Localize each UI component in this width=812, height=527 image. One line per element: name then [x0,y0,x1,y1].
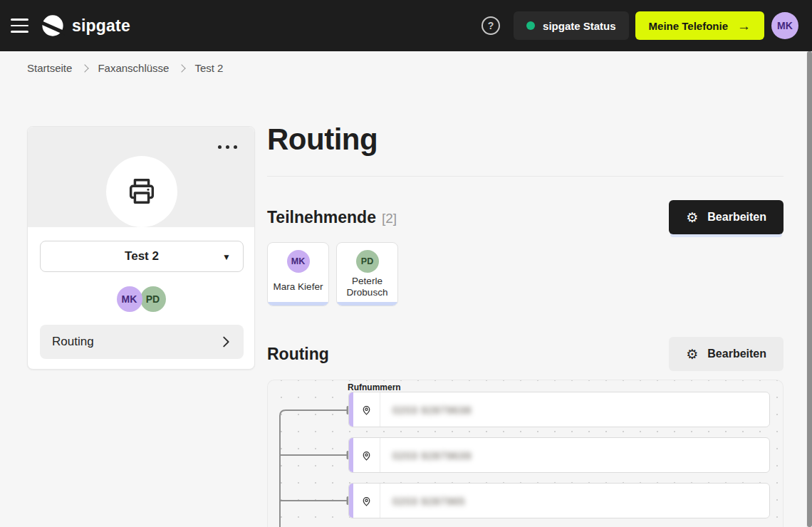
help-icon[interactable]: ? [482,16,500,35]
avatar-initials: PD [361,256,373,266]
printer-icon [125,175,158,208]
avatar-initials: MK [122,293,137,305]
brand-name: sipgate [72,16,130,36]
edit-button-label: Bearbeiten [707,348,766,360]
participant-name: Peterle Drobusch [337,273,397,306]
card-accent-strip [268,302,328,306]
question-mark-glyph: ? [488,20,494,31]
participants-count: [2] [382,211,397,226]
device-members: MK PD [28,286,254,312]
breadcrumb-startseite[interactable]: Startseite [27,62,72,74]
device-name: Test 2 [125,249,159,264]
breadcrumb-faxanschluesse[interactable]: Faxanschlüsse [98,62,169,74]
scrollbar-thumb[interactable] [807,51,812,527]
divider [267,176,784,177]
avatar-initials: MK [291,256,305,266]
meine-telefonie-button[interactable]: Meine Telefonie → [635,11,764,40]
routing-canvas[interactable]: Rufnummern 0203 92879638 0203 92879639 [267,380,784,527]
gear-icon: ⚙ [686,211,698,224]
heading-text: Teilnehmende [267,208,376,226]
vertical-scrollbar[interactable] [806,51,812,527]
gear-icon: ⚙ [686,348,698,361]
device-type-badge [106,156,177,227]
edit-button-label: Bearbeiten [707,211,766,224]
breadcrumb: Startseite Faxanschlüsse Test 2 [27,62,223,74]
avatar-initials: PD [146,293,160,305]
fax-device-card: Test 2 ▼ MK PD Routing [27,126,255,370]
routing-heading: Routing [267,345,329,364]
participants-list: MK Mara Kiefer PD Peterle Drobusch [267,242,398,306]
avatar-initials: MK [777,20,793,31]
avatar-mk[interactable]: MK [117,286,142,312]
hamburger-menu-icon[interactable] [11,19,28,33]
page-title: Routing [267,122,378,157]
phone-number-redacted: 0203 9287965 [380,484,465,518]
sipgate-logo-icon[interactable] [41,14,65,38]
edit-routing-button[interactable]: ⚙ Bearbeiten [669,337,784,371]
chevron-right-icon [81,64,89,72]
avatar-mk: MK [287,250,310,273]
map-pin-icon [353,392,380,427]
map-pin-icon [353,438,380,472]
card-accent-strip [337,302,397,306]
phone-number-node[interactable]: 0203 92879638 [348,392,770,427]
edit-participants-button[interactable]: ⚙ Bearbeiten [669,200,784,234]
participants-heading: Teilnehmende[2] [267,208,397,227]
chevron-right-icon [218,334,234,350]
participant-card-mara[interactable]: MK Mara Kiefer [267,242,329,306]
phone-number-node[interactable]: 0203 9287965 [348,483,770,518]
avatar-pd[interactable]: PD [140,286,166,312]
phone-number-node[interactable]: 0203 92879639 [348,437,770,473]
sidebar-item-routing[interactable]: Routing [40,325,244,359]
arrow-right-icon: → [737,19,751,33]
status-label: sipgate Status [543,20,616,32]
avatar-pd: PD [356,250,379,273]
status-ok-dot-icon [526,21,535,30]
rufnummern-group-label: Rufnummern [348,382,401,392]
map-pin-icon [353,484,380,518]
user-avatar[interactable]: MK [771,12,798,39]
sipgate-app: sipgate ? sipgate Status Meine Telefonie… [0,0,812,527]
participants-section-header: Teilnehmende[2] ⚙ Bearbeiten [267,200,784,234]
participant-card-peterle[interactable]: PD Peterle Drobusch [336,242,398,306]
breadcrumb-current: Test 2 [194,62,223,74]
ellipsis-menu-icon[interactable] [218,145,237,149]
routing-section-header: Routing ⚙ Bearbeiten [267,337,784,371]
sipgate-status-button[interactable]: sipgate Status [514,11,629,40]
chevron-right-icon [178,64,186,72]
phone-number-redacted: 0203 92879638 [380,392,472,427]
caret-down-icon: ▼ [222,252,231,262]
device-selector-dropdown[interactable]: Test 2 ▼ [40,241,244,272]
top-navigation-bar: sipgate ? sipgate Status Meine Telefonie… [0,0,812,51]
phone-number-redacted: 0203 92879639 [380,438,472,472]
nav-item-label: Routing [52,335,94,349]
cta-label: Meine Telefonie [649,20,728,32]
participant-name: Mara Kiefer [272,273,325,306]
